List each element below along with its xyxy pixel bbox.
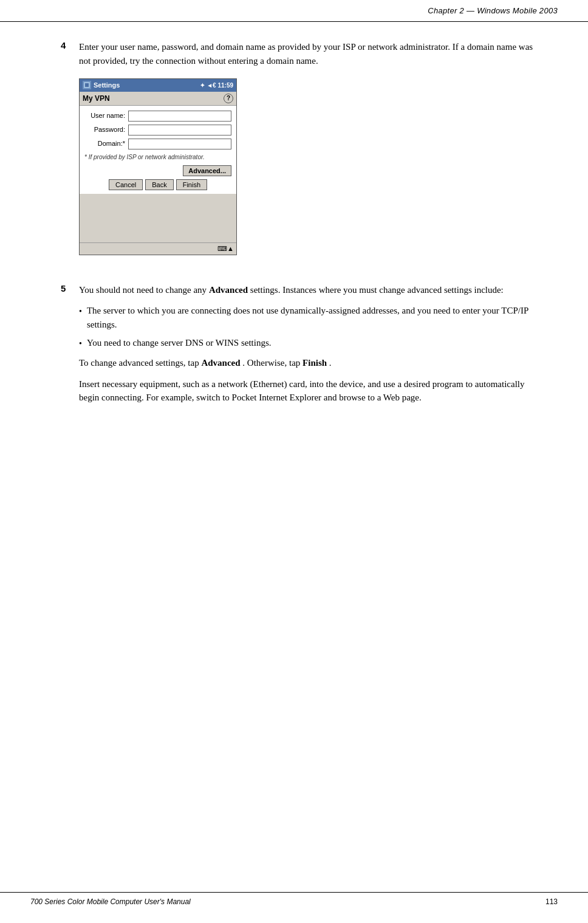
change-line-prefix: To change advanced settings, tap (79, 358, 199, 368)
advanced-button-row: Advanced... (84, 165, 231, 176)
screenshot-nav: My VPN ? (80, 92, 236, 106)
page-header: Chapter 2 — Windows Mobile 2003 (0, 0, 588, 22)
advanced-button[interactable]: Advanced... (183, 165, 231, 176)
nav-title: My VPN (83, 93, 110, 104)
domain-input[interactable] (128, 139, 231, 149)
finish-button[interactable]: Finish (176, 179, 207, 190)
footer-left-text: 700 Series Color Mobile Computer User's … (30, 897, 191, 906)
bullet-item-2: • You need to change server DNS or WINS … (79, 336, 539, 350)
step5-content: You should not need to change any Advanc… (79, 283, 539, 405)
password-row: Password: (84, 125, 231, 136)
settings-icon (83, 81, 91, 89)
footer-page-number: 113 (545, 897, 558, 906)
username-row: User name: (84, 111, 231, 122)
screenshot-box: Settings ✦ ◄€ 11:59 My VPN ? (79, 78, 237, 255)
step5-advanced-bold: Advanced (209, 285, 248, 295)
nav-help-icon: ? (224, 94, 233, 103)
step4-paragraph: Enter your user name, password, and doma… (79, 40, 539, 67)
change-line-suffix: . (329, 358, 332, 368)
bullet-text-1: The server to which you are connecting d… (87, 304, 539, 331)
header-chapter-text: Chapter 2 — Windows Mobile 2003 (428, 6, 558, 15)
bottom-buttons-row: Cancel Back Finish (84, 179, 231, 190)
password-input[interactable] (128, 125, 231, 136)
step5-intro-text: You should not need to change any (79, 285, 207, 295)
step5-number: 5 (61, 283, 75, 293)
step4-number: 4 (61, 40, 75, 50)
change-finish-bold: Finish (303, 358, 327, 368)
page-footer: 700 Series Color Mobile Computer User's … (0, 892, 588, 911)
domain-row: Domain:* (84, 139, 231, 149)
page-container: Chapter 2 — Windows Mobile 2003 4 Enter … (0, 0, 588, 923)
taskbar-keyboard-icon: ⌨▲ (217, 244, 234, 254)
insert-paragraph: Insert necessary equipment, such as a ne… (79, 377, 539, 405)
username-label: User name: (84, 111, 128, 121)
step4-item: 4 Enter your user name, password, and do… (61, 40, 539, 266)
back-button[interactable]: Back (145, 179, 173, 190)
titlebar-left: Settings (83, 80, 120, 91)
step5-intro: You should not need to change any Advanc… (79, 283, 539, 297)
bullet-dot-1: • (79, 305, 82, 318)
step5-intro-cont: settings. Instances where you must chang… (250, 285, 504, 295)
change-settings-line: To change advanced settings, tap Advance… (79, 356, 539, 370)
domain-label: Domain:* (84, 139, 128, 149)
change-line-mid: . Otherwise, tap (242, 358, 300, 368)
bullet-item-1: • The server to which you are connecting… (79, 304, 539, 331)
form-note: * If provided by ISP or network administ… (84, 153, 231, 162)
step5-item: 5 You should not need to change any Adva… (61, 283, 539, 405)
titlebar-status-icons: ✦ ◄€ 11:59 (200, 81, 233, 90)
cancel-button[interactable]: Cancel (109, 179, 143, 190)
titlebar-app-name: Settings (94, 80, 120, 91)
titlebar-right: ✦ ◄€ 11:59 (200, 81, 233, 90)
bullet-dot-2: • (79, 337, 82, 350)
username-input[interactable] (128, 111, 231, 122)
password-label: Password: (84, 125, 128, 135)
screenshot-body (80, 194, 236, 242)
change-advanced-bold: Advanced (201, 358, 240, 368)
screenshot-container: Settings ✦ ◄€ 11:59 My VPN ? (79, 78, 539, 255)
main-content: 4 Enter your user name, password, and do… (0, 40, 588, 405)
step5-bullet-list: • The server to which you are connecting… (79, 304, 539, 350)
bullet-text-2: You need to change server DNS or WINS se… (87, 336, 272, 350)
svg-rect-2 (85, 83, 89, 87)
screenshot-taskbar: ⌨▲ (80, 242, 236, 255)
screenshot-form: User name: Password: Domain:* (80, 106, 236, 194)
step4-content: Enter your user name, password, and doma… (79, 40, 539, 266)
screenshot-titlebar: Settings ✦ ◄€ 11:59 (80, 79, 236, 92)
